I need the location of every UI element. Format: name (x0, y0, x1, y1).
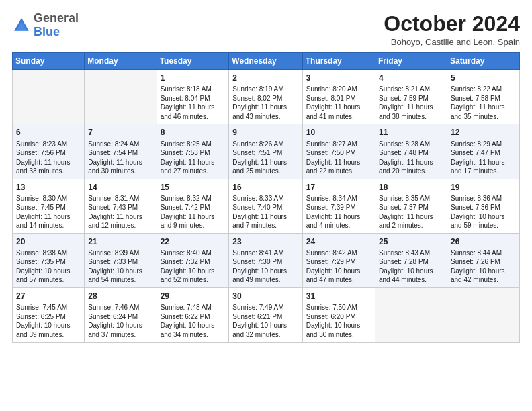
day-number: 16 (232, 182, 298, 193)
day-info-line: Daylight: 11 hours and 30 minutes. (88, 158, 152, 176)
day-number: 21 (88, 236, 152, 247)
day-info-line: Sunrise: 7:49 AM (232, 303, 298, 312)
day-info-line: Daylight: 11 hours and 17 minutes. (451, 158, 516, 176)
day-info-line: Daylight: 11 hours and 7 minutes. (232, 212, 298, 230)
logo-icon (12, 16, 31, 35)
day-info-line: Sunset: 6:20 PM (306, 312, 371, 322)
day-info-line: Sunrise: 8:28 AM (379, 140, 443, 149)
day-info-line: Sunset: 7:26 PM (451, 257, 516, 267)
calendar-cell (375, 287, 447, 342)
day-info-line: Sunset: 7:54 PM (88, 148, 152, 158)
day-info-line: Sunset: 6:24 PM (88, 312, 152, 322)
day-info-line: Sunset: 7:36 PM (451, 203, 516, 212)
calendar-cell: 29Sunrise: 7:48 AMSunset: 6:22 PMDayligh… (157, 287, 229, 342)
calendar-cell: 19Sunrise: 8:36 AMSunset: 7:36 PMDayligh… (447, 179, 519, 233)
calendar-cell: 30Sunrise: 7:49 AMSunset: 6:21 PMDayligh… (229, 287, 302, 342)
day-info-line: Sunrise: 8:26 AM (232, 140, 298, 149)
week-row-2: 6Sunrise: 8:23 AMSunset: 7:56 PMDaylight… (13, 124, 520, 179)
day-info-line: Sunrise: 8:21 AM (379, 85, 443, 94)
day-info-line: Sunrise: 8:31 AM (88, 194, 152, 203)
day-info-line: Sunrise: 8:19 AM (232, 85, 298, 94)
calendar-cell: 31Sunrise: 7:50 AMSunset: 6:20 PMDayligh… (302, 287, 375, 342)
calendar-cell: 12Sunrise: 8:29 AMSunset: 7:47 PMDayligh… (447, 124, 519, 179)
calendar-cell: 1Sunrise: 8:18 AMSunset: 8:04 PMDaylight… (157, 70, 229, 124)
day-number: 6 (16, 127, 81, 138)
day-info-line: Sunset: 7:58 PM (451, 94, 516, 103)
calendar-cell (447, 287, 519, 342)
logo-general: General (34, 11, 79, 25)
day-number: 31 (306, 291, 371, 302)
day-info-line: Daylight: 11 hours and 25 minutes. (232, 158, 298, 176)
calendar-cell: 6Sunrise: 8:23 AMSunset: 7:56 PMDaylight… (13, 124, 85, 179)
day-number: 23 (232, 236, 298, 247)
day-info-line: Daylight: 11 hours and 41 minutes. (306, 103, 371, 121)
day-info-line: Daylight: 10 hours and 54 minutes. (88, 267, 152, 285)
day-info-line: Sunset: 7:42 PM (161, 203, 226, 212)
calendar-cell: 23Sunrise: 8:41 AMSunset: 7:30 PMDayligh… (229, 233, 302, 287)
day-number: 9 (232, 127, 298, 138)
day-number: 26 (451, 236, 516, 247)
day-info-line: Sunset: 8:02 PM (232, 94, 298, 103)
main-title: October 2024 (384, 12, 520, 36)
day-info-line: Daylight: 11 hours and 14 minutes. (16, 212, 81, 230)
header-thursday: Thursday (302, 53, 375, 70)
week-row-1: 1Sunrise: 8:18 AMSunset: 8:04 PMDaylight… (13, 70, 520, 124)
day-info-line: Daylight: 11 hours and 46 minutes. (161, 103, 226, 121)
day-info-line: Sunrise: 8:43 AM (379, 248, 443, 258)
day-number: 12 (451, 127, 516, 138)
day-number: 18 (379, 182, 443, 193)
day-info-line: Sunrise: 7:50 AM (306, 303, 371, 312)
calendar-cell: 4Sunrise: 8:21 AMSunset: 7:59 PMDaylight… (375, 70, 447, 124)
day-info-line: Sunset: 6:22 PM (161, 312, 226, 322)
day-number: 1 (161, 73, 226, 83)
day-info-line: Daylight: 11 hours and 2 minutes. (379, 212, 443, 230)
logo-text: General Blue (34, 12, 79, 39)
day-info-line: Daylight: 10 hours and 39 minutes. (16, 321, 81, 339)
day-info-line: Sunrise: 8:38 AM (16, 248, 81, 258)
day-info-line: Sunset: 7:53 PM (161, 148, 226, 158)
day-info-line: Sunrise: 8:20 AM (306, 85, 371, 94)
calendar-cell: 13Sunrise: 8:30 AMSunset: 7:45 PMDayligh… (13, 179, 85, 233)
header-sunday: Sunday (13, 53, 85, 70)
calendar: SundayMondayTuesdayWednesdayThursdayFrid… (12, 52, 520, 342)
day-info-line: Sunrise: 8:25 AM (161, 140, 226, 149)
day-number: 15 (161, 182, 226, 193)
day-info-line: Sunset: 7:29 PM (306, 257, 371, 267)
day-info-line: Sunrise: 8:34 AM (306, 194, 371, 203)
day-info-line: Sunrise: 8:41 AM (232, 248, 298, 258)
calendar-cell: 20Sunrise: 8:38 AMSunset: 7:35 PMDayligh… (13, 233, 85, 287)
calendar-cell: 16Sunrise: 8:33 AMSunset: 7:40 PMDayligh… (229, 179, 302, 233)
day-info-line: Sunrise: 8:18 AM (161, 85, 226, 94)
day-info-line: Daylight: 11 hours and 33 minutes. (16, 158, 81, 176)
calendar-cell: 3Sunrise: 8:20 AMSunset: 8:01 PMDaylight… (302, 70, 375, 124)
day-info-line: Sunset: 7:35 PM (16, 257, 81, 267)
page: General Blue October 2024 Bohoyo, Castil… (0, 0, 532, 411)
week-row-3: 13Sunrise: 8:30 AMSunset: 7:45 PMDayligh… (13, 179, 520, 233)
day-info-line: Sunset: 8:04 PM (161, 94, 226, 103)
day-info-line: Daylight: 11 hours and 43 minutes. (232, 103, 298, 121)
day-info-line: Sunset: 7:59 PM (379, 94, 443, 103)
day-info-line: Sunset: 6:25 PM (16, 312, 81, 322)
day-info-line: Sunrise: 7:46 AM (88, 303, 152, 312)
day-info-line: Sunset: 7:28 PM (379, 257, 443, 267)
calendar-cell: 14Sunrise: 8:31 AMSunset: 7:43 PMDayligh… (85, 179, 157, 233)
header-wednesday: Wednesday (229, 53, 302, 70)
day-number: 11 (379, 127, 443, 138)
calendar-cell: 5Sunrise: 8:22 AMSunset: 7:58 PMDaylight… (447, 70, 519, 124)
day-info-line: Sunrise: 8:40 AM (161, 248, 226, 258)
week-row-4: 20Sunrise: 8:38 AMSunset: 7:35 PMDayligh… (13, 233, 520, 287)
day-info-line: Sunset: 7:37 PM (379, 203, 443, 212)
day-number: 28 (88, 291, 152, 302)
calendar-cell: 10Sunrise: 8:27 AMSunset: 7:50 PMDayligh… (302, 124, 375, 179)
day-number: 10 (306, 127, 371, 138)
calendar-cell (85, 70, 157, 124)
day-info-line: Daylight: 10 hours and 34 minutes. (161, 321, 226, 339)
day-info-line: Daylight: 10 hours and 52 minutes. (161, 267, 226, 285)
week-row-5: 27Sunrise: 7:45 AMSunset: 6:25 PMDayligh… (13, 287, 520, 342)
day-info-line: Sunrise: 8:27 AM (306, 140, 371, 149)
day-number: 29 (161, 291, 226, 302)
day-info-line: Daylight: 11 hours and 27 minutes. (161, 158, 226, 176)
calendar-cell: 25Sunrise: 8:43 AMSunset: 7:28 PMDayligh… (375, 233, 447, 287)
calendar-cell: 15Sunrise: 8:32 AMSunset: 7:42 PMDayligh… (157, 179, 229, 233)
header-saturday: Saturday (447, 53, 519, 70)
